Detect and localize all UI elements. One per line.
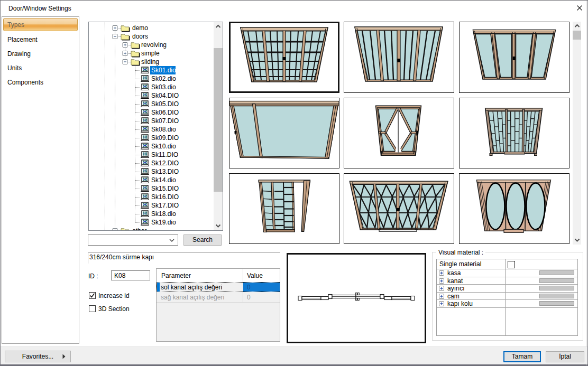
svg-text:Sk19.dio: Sk19.dio xyxy=(151,219,176,226)
svg-text:Sk01.dio: Sk01.dio xyxy=(151,67,176,74)
svg-text:Sk10.dio: Sk10.dio xyxy=(151,143,176,150)
svg-text:demo: demo xyxy=(132,24,148,32)
svg-text:doors: doors xyxy=(132,33,148,40)
svg-text:revolving: revolving xyxy=(141,41,167,49)
svg-text:Sk15.DIO: Sk15.DIO xyxy=(151,185,179,192)
svg-text:Sk13.DIO: Sk13.DIO xyxy=(151,168,179,175)
svg-text:Sk16.DIO: Sk16.DIO xyxy=(151,193,179,201)
svg-text:Sk05.DIO: Sk05.DIO xyxy=(151,100,179,108)
svg-text:sliding: sliding xyxy=(141,58,159,65)
svg-text:Sk06.DIO: Sk06.DIO xyxy=(151,109,179,116)
svg-text:Sk09.DIO: Sk09.DIO xyxy=(151,134,179,142)
svg-text:Sk12.DIO: Sk12.DIO xyxy=(151,159,179,167)
svg-text:Sk17.DIO: Sk17.DIO xyxy=(151,202,179,209)
svg-text:Sk08.dio: Sk08.dio xyxy=(151,126,176,133)
svg-text:Sk14.dio: Sk14.dio xyxy=(151,176,176,184)
svg-text:Sk18.dio: Sk18.dio xyxy=(151,210,176,218)
svg-text:Sk11.DIO: Sk11.DIO xyxy=(151,151,178,158)
svg-text:Sk04.DIO: Sk04.DIO xyxy=(151,92,179,99)
svg-text:simple: simple xyxy=(141,50,160,57)
svg-text:Sk03.dio: Sk03.dio xyxy=(151,83,176,91)
svg-text:Sk02.dio: Sk02.dio xyxy=(151,75,176,82)
svg-text:other: other xyxy=(132,227,146,230)
svg-text:Sk07.DIO: Sk07.DIO xyxy=(151,117,179,125)
